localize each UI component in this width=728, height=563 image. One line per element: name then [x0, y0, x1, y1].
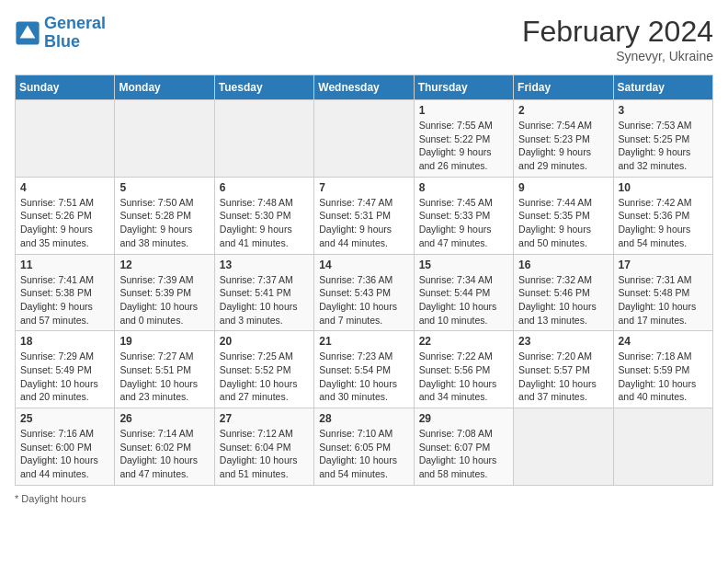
calendar-cell: 27Sunrise: 7:12 AM Sunset: 6:04 PM Dayli… — [214, 408, 313, 486]
calendar-cell: 8Sunrise: 7:45 AM Sunset: 5:33 PM Daylig… — [414, 177, 513, 254]
day-number: 27 — [220, 412, 309, 425]
day-number: 3 — [619, 104, 708, 117]
day-info: Sunrise: 7:20 AM Sunset: 5:57 PM Dayligh… — [518, 350, 608, 404]
calendar-cell — [214, 100, 313, 178]
day-info: Sunrise: 7:45 AM Sunset: 5:33 PM Dayligh… — [419, 196, 508, 250]
day-info: Sunrise: 7:51 AM Sunset: 5:26 PM Dayligh… — [20, 196, 109, 250]
day-number: 19 — [119, 335, 209, 348]
calendar-cell — [16, 100, 115, 178]
calendar-cell: 5Sunrise: 7:50 AM Sunset: 5:28 PM Daylig… — [115, 177, 214, 254]
day-number: 7 — [319, 181, 408, 194]
day-info: Sunrise: 7:23 AM Sunset: 5:54 PM Dayligh… — [319, 350, 408, 404]
logo-text: General Blue — [44, 15, 106, 52]
calendar-week-4: 18Sunrise: 7:29 AM Sunset: 5:49 PM Dayli… — [16, 331, 713, 408]
logo-line2: Blue — [44, 32, 80, 51]
calendar-cell: 10Sunrise: 7:42 AM Sunset: 5:36 PM Dayli… — [613, 177, 712, 254]
day-info: Sunrise: 7:29 AM Sunset: 5:49 PM Dayligh… — [20, 350, 109, 404]
footer-note: * Daylight hours — [15, 493, 713, 504]
calendar-cell: 1Sunrise: 7:55 AM Sunset: 5:22 PM Daylig… — [414, 100, 513, 178]
day-info: Sunrise: 7:14 AM Sunset: 6:02 PM Dayligh… — [119, 427, 209, 481]
day-header-saturday: Saturday — [613, 75, 712, 100]
day-info: Sunrise: 7:39 AM Sunset: 5:39 PM Dayligh… — [119, 273, 209, 327]
calendar-cell: 24Sunrise: 7:18 AM Sunset: 5:59 PM Dayli… — [613, 331, 712, 408]
day-number: 16 — [518, 259, 608, 271]
day-info: Sunrise: 7:32 AM Sunset: 5:46 PM Dayligh… — [518, 273, 608, 327]
day-header-tuesday: Tuesday — [214, 75, 313, 100]
day-info: Sunrise: 7:48 AM Sunset: 5:30 PM Dayligh… — [220, 196, 309, 250]
day-header-sunday: Sunday — [16, 75, 115, 100]
day-header-thursday: Thursday — [414, 75, 513, 100]
logo-line1: General — [44, 14, 106, 32]
day-number: 2 — [518, 104, 608, 117]
day-number: 4 — [20, 181, 109, 194]
calendar-cell: 19Sunrise: 7:27 AM Sunset: 5:51 PM Dayli… — [115, 331, 214, 408]
day-header-wednesday: Wednesday — [314, 75, 414, 100]
logo-icon — [15, 20, 40, 46]
calendar-cell: 26Sunrise: 7:14 AM Sunset: 6:02 PM Dayli… — [115, 408, 214, 486]
day-number: 5 — [119, 181, 209, 194]
calendar-cell: 22Sunrise: 7:22 AM Sunset: 5:56 PM Dayli… — [414, 331, 513, 408]
day-info: Sunrise: 7:27 AM Sunset: 5:51 PM Dayligh… — [119, 350, 209, 404]
calendar-cell: 20Sunrise: 7:25 AM Sunset: 5:52 PM Dayli… — [214, 331, 313, 408]
calendar-cell: 23Sunrise: 7:20 AM Sunset: 5:57 PM Dayli… — [514, 331, 613, 408]
day-number: 8 — [419, 181, 508, 194]
day-header-monday: Monday — [115, 75, 214, 100]
day-info: Sunrise: 7:22 AM Sunset: 5:56 PM Dayligh… — [419, 350, 508, 404]
day-number: 26 — [119, 412, 209, 425]
day-number: 20 — [220, 335, 309, 348]
day-headers-row: SundayMondayTuesdayWednesdayThursdayFrid… — [16, 75, 713, 100]
day-number: 24 — [619, 335, 708, 348]
calendar-cell: 21Sunrise: 7:23 AM Sunset: 5:54 PM Dayli… — [314, 331, 414, 408]
day-info: Sunrise: 7:36 AM Sunset: 5:43 PM Dayligh… — [319, 273, 408, 327]
calendar-cell: 17Sunrise: 7:31 AM Sunset: 5:48 PM Dayli… — [613, 254, 712, 331]
day-number: 22 — [419, 335, 508, 348]
day-info: Sunrise: 7:25 AM Sunset: 5:52 PM Dayligh… — [220, 350, 309, 404]
calendar-week-3: 11Sunrise: 7:41 AM Sunset: 5:38 PM Dayli… — [16, 254, 713, 331]
calendar-cell: 2Sunrise: 7:54 AM Sunset: 5:23 PM Daylig… — [514, 100, 613, 178]
calendar-cell: 7Sunrise: 7:47 AM Sunset: 5:31 PM Daylig… — [314, 177, 414, 254]
calendar-cell: 11Sunrise: 7:41 AM Sunset: 5:38 PM Dayli… — [16, 254, 115, 331]
day-info: Sunrise: 7:50 AM Sunset: 5:28 PM Dayligh… — [119, 196, 209, 250]
day-info: Sunrise: 7:54 AM Sunset: 5:23 PM Dayligh… — [518, 119, 608, 173]
day-info: Sunrise: 7:31 AM Sunset: 5:48 PM Dayligh… — [619, 273, 708, 327]
calendar-table: SundayMondayTuesdayWednesdayThursdayFrid… — [15, 75, 713, 486]
day-info: Sunrise: 7:42 AM Sunset: 5:36 PM Dayligh… — [619, 196, 708, 250]
calendar-cell: 6Sunrise: 7:48 AM Sunset: 5:30 PM Daylig… — [214, 177, 313, 254]
calendar-header: SundayMondayTuesdayWednesdayThursdayFrid… — [16, 75, 713, 100]
month-title: February 2024 — [522, 15, 713, 49]
day-info: Sunrise: 7:37 AM Sunset: 5:41 PM Dayligh… — [220, 273, 309, 327]
day-info: Sunrise: 7:18 AM Sunset: 5:59 PM Dayligh… — [619, 350, 708, 404]
day-number: 10 — [619, 181, 708, 194]
calendar-body: 1Sunrise: 7:55 AM Sunset: 5:22 PM Daylig… — [16, 100, 713, 486]
day-header-friday: Friday — [514, 75, 613, 100]
calendar-cell: 12Sunrise: 7:39 AM Sunset: 5:39 PM Dayli… — [115, 254, 214, 331]
day-info: Sunrise: 7:16 AM Sunset: 6:00 PM Dayligh… — [20, 427, 109, 481]
day-info: Sunrise: 7:08 AM Sunset: 6:07 PM Dayligh… — [419, 427, 508, 481]
location-subtitle: Synevyr, Ukraine — [522, 49, 713, 63]
day-number: 28 — [319, 412, 408, 425]
day-number: 18 — [20, 335, 109, 348]
calendar-cell: 28Sunrise: 7:10 AM Sunset: 6:05 PM Dayli… — [314, 408, 414, 486]
day-number: 21 — [319, 335, 408, 348]
calendar-cell: 13Sunrise: 7:37 AM Sunset: 5:41 PM Dayli… — [214, 254, 313, 331]
calendar-cell: 4Sunrise: 7:51 AM Sunset: 5:26 PM Daylig… — [16, 177, 115, 254]
logo: General Blue — [15, 15, 106, 52]
calendar-week-1: 1Sunrise: 7:55 AM Sunset: 5:22 PM Daylig… — [16, 100, 713, 178]
day-number: 14 — [319, 259, 408, 271]
day-number: 6 — [220, 181, 309, 194]
day-info: Sunrise: 7:12 AM Sunset: 6:04 PM Dayligh… — [220, 427, 309, 481]
day-number: 25 — [20, 412, 109, 425]
day-number: 12 — [119, 259, 209, 271]
calendar-cell: 3Sunrise: 7:53 AM Sunset: 5:25 PM Daylig… — [613, 100, 712, 178]
day-number: 15 — [419, 259, 508, 271]
calendar-week-2: 4Sunrise: 7:51 AM Sunset: 5:26 PM Daylig… — [16, 177, 713, 254]
calendar-cell: 14Sunrise: 7:36 AM Sunset: 5:43 PM Dayli… — [314, 254, 414, 331]
day-number: 29 — [419, 412, 508, 425]
calendar-cell — [613, 408, 712, 486]
page-header: General Blue February 2024 Synevyr, Ukra… — [15, 15, 713, 63]
calendar-week-5: 25Sunrise: 7:16 AM Sunset: 6:00 PM Dayli… — [16, 408, 713, 486]
day-info: Sunrise: 7:55 AM Sunset: 5:22 PM Dayligh… — [419, 119, 508, 173]
title-block: February 2024 Synevyr, Ukraine — [522, 15, 713, 63]
calendar-cell: 9Sunrise: 7:44 AM Sunset: 5:35 PM Daylig… — [514, 177, 613, 254]
day-number: 1 — [419, 104, 508, 117]
